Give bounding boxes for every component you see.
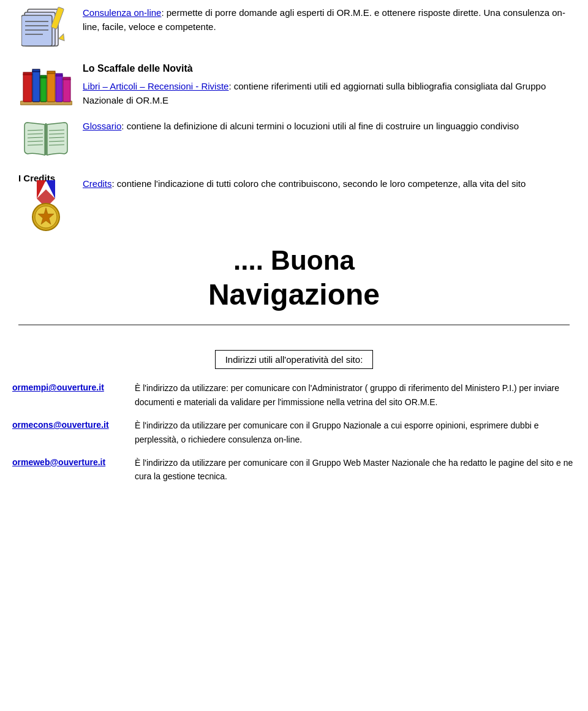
svg-marker-8 bbox=[59, 33, 67, 41]
email-desc-2: È l'indirizzo da utilizzare per comunica… bbox=[135, 456, 576, 484]
scaffale-section: Lo Scaffale delle Novità Libri – Articol… bbox=[18, 61, 570, 107]
glossario-text: Glossario: contiene la definizione di al… bbox=[83, 120, 570, 134]
glossario-section: Glossario: contiene la definizione di al… bbox=[18, 120, 570, 159]
glossario-icon bbox=[21, 120, 70, 159]
consulenza-link[interactable]: Consulenza on-line bbox=[83, 7, 161, 18]
consulenza-section: Consulenza on-line: permette di porre do… bbox=[18, 6, 570, 49]
glossario-link[interactable]: Glossario bbox=[83, 121, 121, 131]
buona-navigazione: .... Buona Navigazione bbox=[18, 245, 570, 312]
svg-rect-11 bbox=[23, 72, 32, 75]
email-link-2[interactable]: ormeweb@ouverture.it bbox=[12, 456, 135, 467]
glossario-desc: : contiene la definizione di alcuni term… bbox=[121, 121, 519, 131]
consulenza-text: Consulenza on-line: permette di porre do… bbox=[83, 6, 570, 34]
buona-nav-line1: .... Buona bbox=[18, 245, 570, 277]
consulenza-icon-area bbox=[18, 6, 74, 49]
credits-desc: : contiene l'indicazione di tutti coloro… bbox=[112, 178, 526, 189]
scaffale-heading: Lo Scaffale delle Novità bbox=[83, 61, 570, 76]
scaffale-link[interactable]: Libri – Articoli – Recensioni - Riviste bbox=[83, 81, 228, 91]
svg-rect-17 bbox=[47, 71, 55, 74]
svg-rect-16 bbox=[47, 72, 55, 102]
svg-rect-13 bbox=[32, 69, 40, 72]
medal-icon bbox=[21, 177, 70, 232]
buona-nav-line2: Navigazione bbox=[18, 277, 570, 313]
email-list: ormempi@ouverture.it È l'indirizzo da ut… bbox=[12, 381, 576, 483]
credits-text: Credits: contiene l'indicazione di tutti… bbox=[83, 177, 570, 191]
svg-rect-18 bbox=[56, 75, 62, 102]
indirizzi-title: Indirizzi utili all'operatività del sito… bbox=[225, 354, 363, 365]
svg-rect-2 bbox=[21, 15, 52, 46]
email-row-1: ormecons@ouverture.it È l'indirizzo da u… bbox=[12, 419, 576, 446]
email-row-2: ormeweb@ouverture.it È l'indirizzo da ut… bbox=[12, 456, 576, 484]
email-desc-0: È l'indirizzo da utilizzare: per comunic… bbox=[135, 381, 576, 409]
indirizzi-box: Indirizzi utili all'operatività del sito… bbox=[215, 350, 374, 369]
glossario-icon-area bbox=[18, 120, 74, 159]
credits-detail-section: Credits: contiene l'indicazione di tutti… bbox=[18, 177, 570, 232]
medal-icon-area bbox=[18, 177, 74, 232]
email-link-0[interactable]: ormempi@ouverture.it bbox=[12, 381, 135, 392]
svg-rect-15 bbox=[40, 75, 47, 78]
main-content: Consulenza on-line: permette di porre do… bbox=[0, 0, 588, 350]
bottom-section: Indirizzi utili all'operatività del sito… bbox=[0, 350, 588, 505]
scaffale-icon bbox=[20, 61, 72, 107]
scaffale-text: Lo Scaffale delle Novità Libri – Articol… bbox=[83, 61, 570, 107]
svg-rect-21 bbox=[63, 77, 70, 80]
svg-rect-19 bbox=[56, 74, 62, 76]
svg-rect-10 bbox=[23, 74, 32, 102]
consulenza-icon bbox=[21, 6, 70, 49]
svg-rect-14 bbox=[40, 77, 47, 102]
email-desc-1: È l'indirizzo da utilizzare per comunica… bbox=[135, 419, 576, 446]
credits-link[interactable]: Credits bbox=[83, 178, 112, 189]
svg-rect-20 bbox=[63, 78, 70, 102]
scaffale-icon-area bbox=[18, 61, 74, 107]
main-divider bbox=[18, 324, 570, 325]
email-link-1[interactable]: ormecons@ouverture.it bbox=[12, 419, 135, 430]
email-row-0: ormempi@ouverture.it È l'indirizzo da ut… bbox=[12, 381, 576, 409]
svg-rect-12 bbox=[32, 70, 40, 102]
